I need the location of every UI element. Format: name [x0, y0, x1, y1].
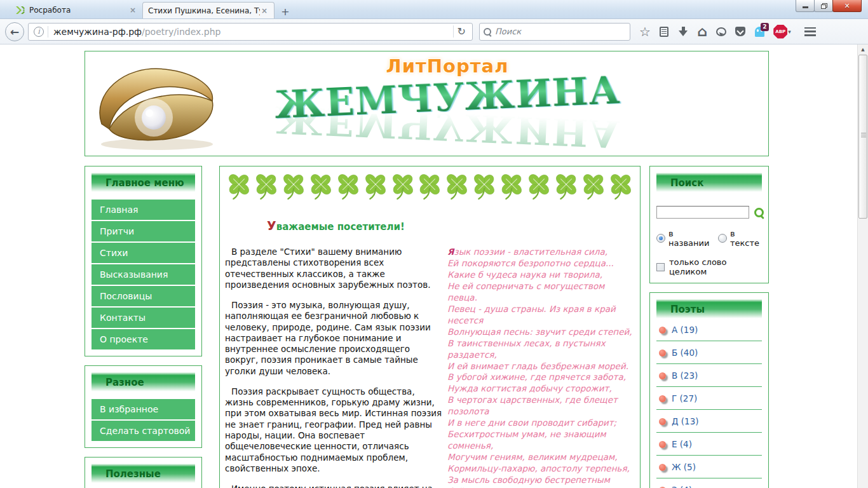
- sidebar-menu-item[interactable]: Сделать стартовой: [92, 421, 195, 441]
- home-icon: ⌂: [697, 25, 707, 39]
- site-search-row: [656, 206, 762, 219]
- url-path: /poetry/index.php: [142, 27, 220, 37]
- poet-letter-link[interactable]: Д (13): [672, 416, 699, 426]
- poet-letter-row[interactable]: Ж (5): [656, 456, 762, 478]
- clover-icon: [226, 173, 252, 200]
- sidebar-menu-item[interactable]: Притчи: [92, 221, 195, 241]
- left-sidebar: Главное меню ГлавнаяПритчиСтихиВысказыва…: [85, 166, 202, 488]
- poet-letter-row[interactable]: Б (40): [656, 341, 762, 364]
- back-button[interactable]: ←: [5, 22, 24, 41]
- poem-line: В убогой хижине, где прячется забота,: [447, 372, 635, 383]
- text-row: В разделе "Стихи" вашему вниманию предст…: [225, 247, 635, 488]
- search-submit-icon[interactable]: [754, 207, 764, 218]
- radio-in-text[interactable]: [718, 234, 727, 243]
- clover-icon: [471, 173, 497, 200]
- poet-letter-link[interactable]: Ж (5): [672, 462, 696, 472]
- links-menu-box: Полезные ссылки: [85, 457, 202, 488]
- poet-letter-row[interactable]: А (19): [656, 318, 762, 341]
- poet-letter-link[interactable]: В (23): [672, 370, 698, 381]
- poet-letter-row[interactable]: В (23): [656, 364, 762, 387]
- sidebar-menu-item[interactable]: Контакты: [92, 308, 195, 328]
- bullet-ball-icon: [659, 327, 666, 334]
- clover-icon: [608, 173, 634, 200]
- downloads-button[interactable]: [674, 22, 693, 41]
- radio-in-text-label[interactable]: в тексте: [730, 229, 762, 248]
- poet-letter-row[interactable]: Д (13): [656, 410, 762, 433]
- restore-icon: [821, 3, 827, 8]
- poet-letter-row[interactable]: Е (4): [656, 433, 762, 456]
- clover-icon: [499, 173, 524, 200]
- tab-poetry-active[interactable]: Стихи Пушкина, Есенина, Тур... ×: [142, 2, 275, 18]
- urlbar-divider: [48, 26, 48, 37]
- sidebar-menu-item[interactable]: Высказывания: [92, 264, 195, 285]
- sidebar-menu-item[interactable]: Стихи: [92, 243, 195, 263]
- minimize-button[interactable]: [796, 0, 815, 12]
- ghostery-button[interactable]: 2: [750, 22, 769, 41]
- tab-title[interactable]: Росработа: [29, 6, 128, 15]
- sidebar-menu-item[interactable]: В избранное: [92, 399, 195, 419]
- reload-button[interactable]: ↻: [453, 25, 470, 37]
- site-search-input[interactable]: [656, 206, 749, 219]
- poet-letter-link[interactable]: А (19): [672, 325, 698, 335]
- scroll-up-button[interactable]: ▲: [858, 44, 868, 55]
- poet-letter-link[interactable]: Г (27): [672, 393, 697, 403]
- poet-letter-link[interactable]: З (4): [672, 485, 692, 488]
- poem-line: Нужда когтистая добычу сторожит,: [447, 383, 635, 395]
- sidebar-menu-item[interactable]: Пословицы: [92, 286, 195, 306]
- poet-letter-link[interactable]: Б (40): [672, 348, 698, 358]
- main-menu-box: Главное меню ГлавнаяПритчиСтихиВысказыва…: [85, 166, 202, 356]
- poet-letter-row[interactable]: Г (27): [656, 387, 762, 410]
- bookmarks-list-icon: [660, 27, 668, 37]
- home-button[interactable]: ⌂: [693, 22, 712, 41]
- scrollbar-thumb[interactable]: [858, 55, 867, 219]
- bookmark-star-button[interactable]: ☆: [635, 22, 654, 41]
- browser-search-input[interactable]: [495, 27, 626, 36]
- clover-icon: [281, 173, 306, 200]
- bookmarks-menu-button[interactable]: [654, 22, 674, 41]
- radio-in-title-label[interactable]: в названии: [668, 229, 710, 248]
- restore-button[interactable]: [814, 0, 833, 12]
- titlebar: Росработа × Стихи Пушкина, Есенина, Тур.…: [0, 0, 868, 19]
- pocket-icon: [735, 27, 745, 36]
- hello-button[interactable]: [712, 22, 731, 41]
- tab-title[interactable]: Стихи Пушкина, Есенина, Тур...: [148, 6, 260, 15]
- tab-close-icon[interactable]: ×: [128, 6, 137, 15]
- clover-divider: [225, 173, 635, 200]
- heading-rest: важаемые посетители!: [276, 221, 405, 233]
- radio-in-title[interactable]: [656, 234, 665, 243]
- whole-word-label[interactable]: только слово целиком: [669, 257, 762, 276]
- url-domain: жемчужина-рф.рф: [53, 27, 142, 37]
- misc-menu-header: Разное: [92, 372, 195, 391]
- browser-window: Росработа × Стихи Пушкина, Есенина, Тур.…: [0, 0, 868, 488]
- clover-icon: [444, 173, 470, 200]
- vertical-scrollbar[interactable]: ▲: [857, 44, 868, 488]
- pocket-button[interactable]: [731, 22, 750, 41]
- poem-line: Бесхитростным умам, не знающим сомненья,: [447, 429, 635, 452]
- menu-button[interactable]: [801, 22, 820, 41]
- site-wrapper: ЛитПортал ЖЕМЧУЖИНА ЖЕМЧУЖИНА Главное ме…: [85, 51, 769, 488]
- sidebar-menu-item[interactable]: Главная: [92, 200, 195, 220]
- browser-search-box[interactable]: [479, 23, 630, 41]
- close-button[interactable]: ✕: [832, 0, 862, 12]
- url-text[interactable]: жемчужина-рф.рф/poetry/index.php: [53, 27, 453, 37]
- sidebar-menu-item[interactable]: О проекте: [92, 329, 195, 349]
- page-viewport: ЛитПортал ЖЕМЧУЖИНА ЖЕМЧУЖИНА Главное ме…: [0, 44, 868, 488]
- search-scope-radios: в названии в тексте: [656, 229, 762, 248]
- poet-letter-row[interactable]: З (4): [656, 478, 762, 488]
- site-info-icon[interactable]: i: [34, 27, 44, 37]
- bullet-ball-icon: [659, 349, 666, 356]
- poet-letter-link[interactable]: Е (4): [672, 439, 692, 449]
- tab-rosrabota[interactable]: Росработа ×: [10, 2, 142, 18]
- adblock-button[interactable]: ABP ▾: [769, 22, 796, 41]
- tab-close-icon[interactable]: ×: [260, 6, 269, 15]
- poem-line: В таинственных лесах, в пустынях раздает…: [447, 338, 635, 361]
- new-tab-button[interactable]: +: [277, 4, 294, 18]
- clover-icon: [417, 173, 442, 200]
- whole-word-checkbox[interactable]: [656, 263, 665, 271]
- poem-first-line: зык поэзии - властительная сила,: [454, 247, 608, 257]
- tab-strip: Росработа × Стихи Пушкина, Есенина, Тур.…: [10, 1, 294, 18]
- poets-box: Поэты А (19) Б (40): [649, 292, 769, 488]
- site-header: ЛитПортал ЖЕМЧУЖИНА ЖЕМЧУЖИНА: [85, 51, 769, 156]
- url-bar[interactable]: i жемчужина-рф.рф/poetry/index.php ↻: [28, 23, 473, 41]
- adblock-icon: ABP: [773, 25, 787, 39]
